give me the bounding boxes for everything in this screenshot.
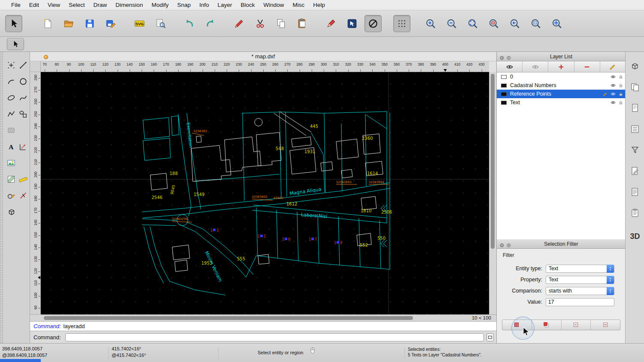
menu-draw[interactable]: Draw — [89, 0, 112, 10]
selection-tool-button[interactable] — [7, 38, 24, 50]
ellipse-tool[interactable] — [5, 90, 17, 106]
layer-lock-toggle[interactable] — [618, 91, 623, 97]
command-options-button[interactable] — [486, 333, 494, 341]
command-input[interactable] — [65, 333, 484, 341]
new-document-button[interactable] — [39, 15, 56, 32]
filter-comparison-dropdown[interactable]: starts with — [546, 287, 614, 295]
layer-lock-toggle[interactable] — [618, 100, 623, 105]
circle-tool[interactable] — [17, 73, 29, 90]
line-tool[interactable] — [17, 57, 29, 73]
zoom-selection-button[interactable] — [485, 15, 502, 32]
layer-toolbar-minus-button[interactable] — [574, 61, 600, 72]
dock-sheet-button[interactable] — [629, 102, 641, 115]
zoom-auto-button[interactable] — [464, 15, 481, 32]
filter-select-dots-button[interactable] — [562, 320, 591, 330]
arc-tool[interactable] — [5, 73, 17, 90]
edit-pen-button[interactable] — [322, 15, 340, 32]
filter-property-dropdown[interactable]: Text — [546, 276, 614, 284]
palette-drag-handle[interactable] — [0, 52, 3, 343]
layer-lock-toggle[interactable] — [618, 83, 623, 88]
menu-block[interactable]: Block — [237, 0, 259, 10]
image-tool[interactable] — [5, 155, 17, 171]
pan-button[interactable] — [548, 15, 565, 32]
dock-list-button[interactable] — [629, 123, 641, 136]
layer-row[interactable]: Reference Points — [497, 90, 626, 98]
shapes-tool[interactable] — [17, 106, 29, 122]
redo-button[interactable] — [202, 15, 219, 32]
layer-toolbar-eye-button[interactable] — [497, 61, 522, 72]
box3d-tool[interactable] — [5, 204, 17, 220]
previous-view-button[interactable] — [506, 15, 523, 32]
layer-visibility-toggle[interactable] — [610, 91, 616, 97]
menu-file[interactable]: File — [7, 0, 25, 10]
dock-cube-button[interactable] — [629, 60, 641, 72]
menu-edit[interactable]: Edit — [25, 0, 43, 10]
layer-visibility-toggle[interactable] — [610, 100, 616, 106]
grid-toggle-button[interactable] — [393, 15, 410, 32]
vertical-scrollbar-thumb[interactable] — [491, 74, 495, 249]
layer-lock-toggle[interactable] — [618, 74, 623, 79]
selection-arrow-button[interactable] — [5, 15, 22, 32]
selection-filter-close-button[interactable] — [499, 241, 504, 247]
save-as-button[interactable] — [102, 15, 119, 32]
menu-select[interactable]: Select — [64, 0, 89, 10]
menu-window[interactable]: Window — [259, 0, 289, 10]
menu-modify[interactable]: Modify — [147, 0, 173, 10]
dock-funnel-button[interactable] — [629, 144, 641, 157]
layer-row[interactable]: Text — [497, 98, 626, 107]
divide-tool[interactable] — [17, 187, 29, 204]
layer-visibility-toggle[interactable] — [610, 74, 616, 80]
dock-sheet-text-button[interactable] — [629, 186, 641, 199]
dock-3d-label[interactable]: 3D — [626, 232, 644, 241]
paste-button[interactable] — [294, 15, 311, 32]
selection-filter-detach-button[interactable] — [506, 241, 511, 247]
circle-slash-button[interactable] — [365, 15, 382, 32]
menu-info[interactable]: Info — [195, 0, 213, 10]
layer-toolbar-pencil-button[interactable] — [600, 61, 626, 72]
layer-row[interactable]: Cadastral Numbers — [497, 81, 626, 90]
filter-select-button[interactable] — [502, 320, 532, 330]
layer-visibility-toggle[interactable] — [610, 82, 616, 88]
horizontal-scrollbar-thumb[interactable] — [44, 316, 413, 320]
open-file-button[interactable] — [60, 15, 77, 32]
text-tool[interactable]: A — [5, 139, 17, 155]
layer-toolbar-plus-button[interactable] — [548, 61, 574, 72]
layer-row[interactable]: 0 — [497, 72, 626, 81]
undo-button[interactable] — [181, 15, 198, 32]
measure-tool[interactable] — [17, 171, 29, 187]
zoom-out-button[interactable] — [443, 15, 460, 32]
spline-tool[interactable] — [17, 90, 29, 106]
print-preview-button[interactable] — [152, 15, 169, 32]
dimension-tool[interactable] — [17, 139, 29, 155]
menu-view[interactable]: View — [43, 0, 64, 10]
copy-button[interactable] — [273, 15, 290, 32]
menu-misc[interactable]: Misc — [289, 0, 309, 10]
svg-export-button[interactable]: SVG — [131, 15, 148, 32]
menu-help[interactable]: Help — [309, 0, 329, 10]
filter-value-input[interactable] — [546, 298, 614, 306]
menu-layer[interactable]: Layer — [213, 0, 237, 10]
dock-sheet-pen-button[interactable] — [629, 165, 641, 178]
hatch-tool[interactable] — [5, 122, 17, 139]
filter-deselect-button[interactable] — [532, 320, 562, 330]
select-box-button[interactable] — [343, 15, 361, 32]
horizontal-scrollbar[interactable]: 10 < 100 — [30, 314, 496, 321]
modify-tool[interactable] — [5, 187, 17, 204]
layer-list-close-button[interactable] — [499, 54, 504, 59]
zoom-window-button[interactable] — [527, 15, 544, 32]
dock-sheets-button[interactable] — [629, 81, 641, 94]
vertical-scrollbar[interactable] — [489, 72, 496, 314]
draw-pencil-button[interactable] — [231, 15, 248, 32]
drawing-canvas[interactable]: 4452360548193116141882546154990451612181… — [41, 72, 489, 314]
layer-toolbar-eye-off-button[interactable] — [522, 61, 548, 72]
menu-dimension[interactable]: Dimension — [111, 0, 147, 10]
cut-button[interactable] — [252, 15, 269, 32]
dock-clipboard-button[interactable] — [629, 207, 641, 220]
menu-snap[interactable]: Snap — [173, 0, 195, 10]
save-button[interactable] — [81, 15, 98, 32]
filter-entitytype-dropdown[interactable]: Text — [546, 265, 614, 273]
points-tool[interactable] — [5, 57, 17, 73]
zoom-in-button[interactable] — [422, 15, 439, 32]
hatch-color-tool[interactable] — [5, 171, 17, 187]
layer-list-detach-button[interactable] — [506, 54, 511, 59]
